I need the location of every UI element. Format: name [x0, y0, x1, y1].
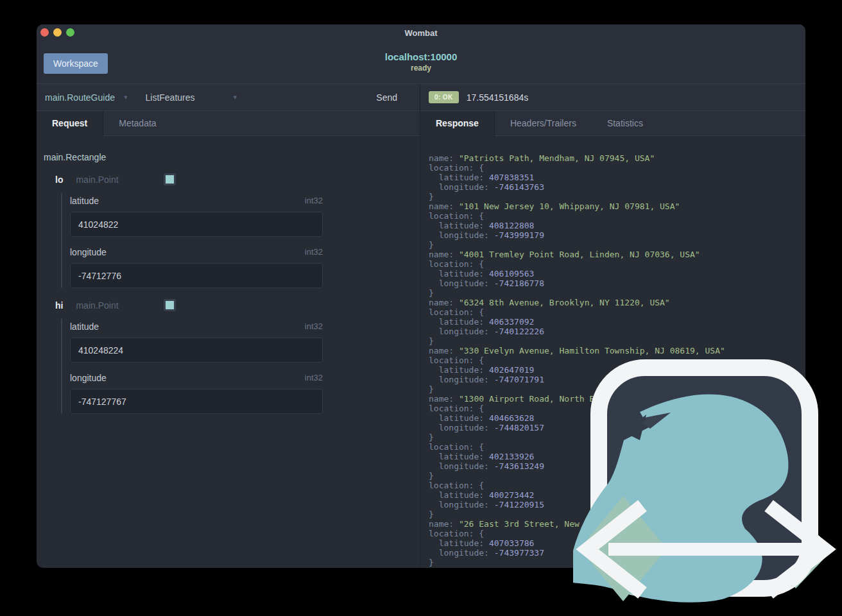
field-scalar-type: int32 [305, 247, 323, 257]
message-type-label: main.Rectangle [44, 152, 420, 162]
field-label-row: longitudeint32 [70, 247, 323, 257]
duration-label: 17.554151684s [467, 92, 529, 103]
field-name-label: lo [55, 175, 63, 185]
lo-longitude-input[interactable] [70, 263, 323, 288]
method-select[interactable]: ListFeatures ▾ [127, 92, 237, 103]
request-panel: main.RouteGuide ▾ ListFeatures ▾ Send Re… [37, 84, 420, 568]
field-toggle-checkbox[interactable] [164, 173, 176, 185]
field-label-row: latitudeint32 [70, 196, 323, 206]
window-header: Wombat Workspace localhost:10000 ready [37, 24, 805, 84]
response-tab-statistics[interactable]: Statistics [592, 111, 658, 135]
field-group-lo: latitudeint32longitudeint32 [61, 193, 420, 288]
request-tab-request[interactable]: Request [37, 111, 103, 136]
connection-state: ready [37, 64, 805, 73]
field-label-row: longitudeint32 [70, 373, 323, 383]
service-select-label: main.RouteGuide [45, 92, 115, 103]
hi-longitude-input[interactable] [70, 389, 323, 414]
hi-latitude-input[interactable] [70, 338, 323, 363]
response-toolbar: 0: OK 17.554151684s [420, 84, 805, 111]
status-badge: 0: OK [429, 91, 459, 103]
request-form: main.Rectangle lomain.Pointlatitudeint32… [37, 136, 420, 414]
field-label: latitude [70, 321, 99, 332]
checkbox-check [166, 175, 174, 184]
field-type-label: main.Point [76, 300, 118, 311]
field-label-row: latitudeint32 [70, 321, 323, 332]
lo-latitude-input[interactable] [70, 212, 323, 237]
window-title: Wombat [37, 28, 805, 38]
wombat-logo [573, 358, 842, 616]
response-tabstrip: ResponseHeaders/TrailersStatistics [420, 111, 805, 136]
request-content: main.Rectangle lomain.Pointlatitudeint32… [37, 136, 420, 568]
field-scalar-type: int32 [305, 373, 323, 383]
field-label: latitude [70, 196, 99, 206]
service-select[interactable]: main.RouteGuide ▾ [37, 92, 127, 103]
method-select-label: ListFeatures [145, 92, 194, 103]
response-tab-response[interactable]: Response [420, 111, 495, 136]
host-address: localhost:10000 [37, 51, 805, 62]
chevron-down-icon: ▾ [234, 93, 237, 101]
checkbox-check [166, 301, 174, 309]
field-type-label: main.Point [76, 175, 118, 185]
field-label: longitude [70, 373, 107, 383]
response-tab-headers-trailers[interactable]: Headers/Trailers [495, 111, 592, 135]
field-toggle-checkbox[interactable] [164, 299, 176, 311]
request-tabstrip: RequestMetadata [37, 111, 420, 136]
field-label: longitude [70, 247, 107, 257]
connection-status: localhost:10000 ready [37, 51, 805, 73]
field-scalar-type: int32 [305, 196, 323, 206]
field-row-lo: lomain.Point [55, 173, 420, 185]
send-button[interactable]: Send [376, 92, 397, 103]
field-group-hi: latitudeint32longitudeint32 [61, 319, 420, 414]
request-toolbar: main.RouteGuide ▾ ListFeatures ▾ Send [37, 84, 420, 111]
request-tab-metadata[interactable]: Metadata [103, 111, 171, 135]
field-row-hi: himain.Point [55, 299, 420, 311]
field-name-label: hi [55, 300, 63, 311]
field-scalar-type: int32 [305, 321, 323, 332]
